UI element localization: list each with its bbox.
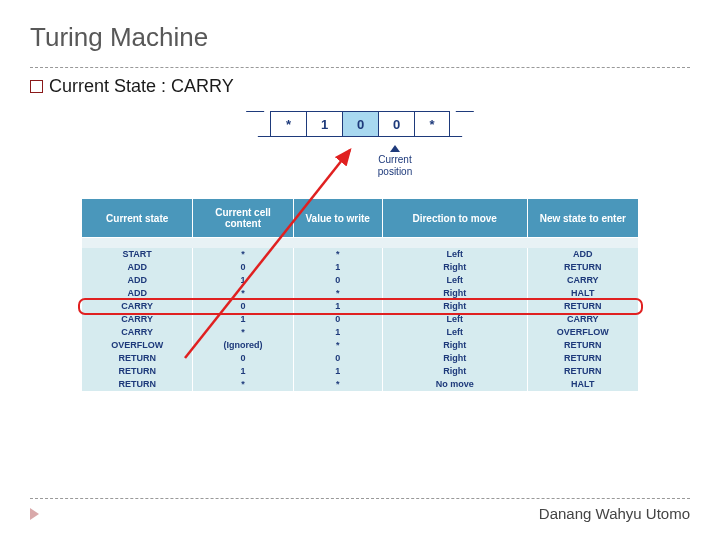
table-cell: 1 [293,365,382,378]
table-cell: 1 [293,326,382,339]
tape-cell: * [270,111,306,137]
table-cell: 0 [293,274,382,287]
table-cell: 1 [193,313,293,326]
table-cell: * [293,378,382,391]
table-cell: * [193,287,293,300]
footer-arrow-icon [30,508,39,520]
tape: *100* [0,111,720,137]
table-row: RETURN**No moveHALT [82,378,639,391]
current-pos-l1: Current [378,154,411,165]
table-cell: 0 [193,261,293,274]
table-cell: 1 [193,365,293,378]
table-cell: HALT [527,287,638,300]
table-cell: Right [382,365,527,378]
table-cell: * [193,378,293,391]
table-cell: HALT [527,378,638,391]
table-cell: 0 [293,352,382,365]
table-cell: 1 [293,300,382,313]
table-cell: ADD [82,287,193,300]
table-cell: CARRY [82,300,193,313]
table-cell: START [82,248,193,261]
th-content: Current cell content [193,199,293,238]
table-row: ADD**RightHALT [82,287,639,300]
table-cell: Right [382,339,527,352]
table-cell: OVERFLOW [82,339,193,352]
table-cell: ADD [527,248,638,261]
table-cell: Left [382,274,527,287]
tape-cell: 0 [342,111,378,137]
current-position-label: Current position [70,145,720,178]
table-cell: OVERFLOW [527,326,638,339]
table-cell: 0 [193,300,293,313]
table-cell: RETURN [527,339,638,352]
table-cell: RETURN [82,352,193,365]
table-cell: RETURN [527,300,638,313]
table-cell: CARRY [82,326,193,339]
table-cell: 0 [293,313,382,326]
table-row: CARRY01RightRETURN [82,300,639,313]
th-state: Current state [82,199,193,238]
table-cell: Left [382,248,527,261]
table-row: CARRY10LeftCARRY [82,313,639,326]
up-arrow-icon [390,145,400,152]
th-write: Value to write [293,199,382,238]
th-new: New state to enter [527,199,638,238]
table-cell: * [293,339,382,352]
footer-divider [30,498,690,499]
table-cell: No move [382,378,527,391]
bullet-icon [30,80,43,93]
table-cell: RETURN [527,365,638,378]
table-cell: Right [382,300,527,313]
table-cell: 1 [293,261,382,274]
footer: Danang Wahyu Utomo [30,498,690,522]
table-cell: * [193,248,293,261]
table-cell: RETURN [82,378,193,391]
table-cell: Right [382,261,527,274]
table-row: CARRY*1LeftOVERFLOW [82,326,639,339]
tape-cell: 1 [306,111,342,137]
page-title: Turing Machine [30,22,690,53]
transition-table: Current state Current cell content Value… [81,198,639,391]
table-cell: RETURN [82,365,193,378]
table-cell: ADD [82,274,193,287]
state-line: Current State : CARRY [0,68,720,97]
table-cell: CARRY [82,313,193,326]
table-cell: 0 [193,352,293,365]
table-cell: * [193,326,293,339]
table-cell: ADD [82,261,193,274]
table-cell: * [293,248,382,261]
table-cell: 1 [193,274,293,287]
table-row: RETURN00RightRETURN [82,352,639,365]
table-row: ADD10LeftCARRY [82,274,639,287]
th-dir: Direction to move [382,199,527,238]
table-header: Current state Current cell content Value… [82,199,639,238]
table-cell: Left [382,326,527,339]
tape-cell: 0 [378,111,414,137]
table-cell: * [293,287,382,300]
table-cell: CARRY [527,274,638,287]
current-pos-l2: position [378,166,412,177]
table-row: OVERFLOW(Ignored)*RightRETURN [82,339,639,352]
table-cell: RETURN [527,261,638,274]
state-text: Current State : CARRY [49,76,234,97]
table-cell: Right [382,287,527,300]
table-cell: Right [382,352,527,365]
table-cell: (Ignored) [193,339,293,352]
table-cell: CARRY [527,313,638,326]
table-row: ADD01RightRETURN [82,261,639,274]
table-body: START**LeftADDADD01RightRETURNADD10LeftC… [82,238,639,391]
table-row: START**LeftADD [82,248,639,261]
table-cell: RETURN [527,352,638,365]
table-row: RETURN11RightRETURN [82,365,639,378]
footer-author: Danang Wahyu Utomo [539,505,690,522]
table-cell: Left [382,313,527,326]
